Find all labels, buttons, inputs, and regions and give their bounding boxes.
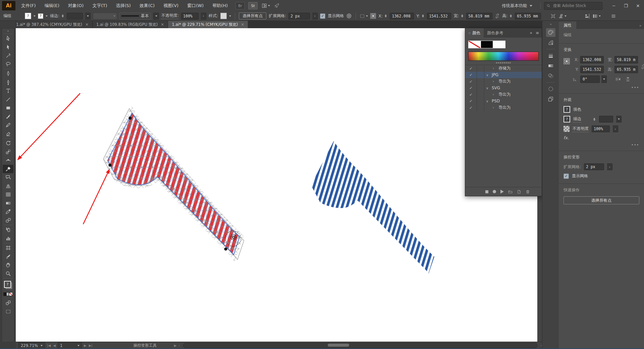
maximize-button[interactable]: ❐ (620, 0, 632, 11)
screen-mode-icon[interactable] (3, 307, 13, 316)
workspace-switcher[interactable]: 传统基本功能 (502, 3, 532, 9)
prev-artboard-icon[interactable]: ◀ (53, 344, 56, 347)
action-check-icon[interactable]: ✓ (465, 99, 477, 103)
menu-item[interactable]: 窗口(W) (183, 0, 208, 11)
panel-resize-grip[interactable]: ▪▪▪▪▪▪▪▪ (465, 61, 542, 65)
stroke-weight-dropdown[interactable] (85, 13, 91, 19)
action-chevron-icon[interactable]: › (493, 80, 497, 83)
hand-tool[interactable] (3, 261, 13, 269)
shear-icon[interactable] (558, 13, 567, 19)
show-mesh-checkbox[interactable]: ✓ (320, 13, 325, 19)
blend-tool[interactable] (3, 216, 13, 225)
flip-horizontal-icon[interactable] (615, 77, 621, 82)
color-guide-panel-icon[interactable] (546, 38, 555, 47)
perspective-grid-tool[interactable] (3, 182, 13, 191)
last-artboard-icon[interactable]: ▶| (89, 344, 93, 347)
wheel-icon[interactable] (346, 13, 352, 19)
y-field[interactable]: 1541.532 (427, 13, 451, 19)
new-action-icon[interactable] (517, 190, 521, 194)
show-mesh-checkbox[interactable]: ✓ (564, 173, 569, 179)
dock-collapse-icon[interactable]: « (550, 21, 552, 28)
y-stepper[interactable] (422, 14, 424, 17)
height-stepper[interactable] (510, 14, 512, 17)
opacity-expand[interactable]: › (201, 13, 206, 19)
gpu-performance-icon[interactable] (274, 3, 279, 8)
rectangle-tool[interactable] (3, 104, 13, 112)
menu-item[interactable]: 效果(C) (135, 0, 159, 11)
scale-tool[interactable] (3, 148, 13, 156)
color-spectrum-bar[interactable] (468, 52, 539, 61)
bounding-box-icon[interactable] (360, 13, 368, 19)
blue-axe-object[interactable] (311, 141, 434, 273)
gradient-button[interactable] (7, 293, 10, 296)
symbol-sprayer-tool[interactable] (3, 226, 13, 234)
selection-tool[interactable] (3, 34, 13, 43)
document-tab[interactable]: 1.ai* @ 229.71% (CMYK/GPU 预览) × (168, 21, 248, 28)
select-all-points-button[interactable]: 选择所有点 (239, 12, 266, 19)
delete-icon[interactable] (526, 190, 530, 194)
expand-mesh-expand[interactable]: › (607, 163, 612, 170)
next-artboard-icon[interactable]: ▶ (84, 344, 87, 347)
scroll-left-icon[interactable]: ‹ (178, 344, 180, 347)
gradient-panel-icon[interactable] (546, 61, 555, 70)
action-check-icon[interactable]: ✓ (465, 105, 477, 110)
stroke-label[interactable]: 描边 (573, 116, 581, 122)
close-button[interactable]: ✕ (632, 0, 644, 11)
eraser-tool[interactable] (3, 130, 13, 138)
document-tab[interactable]: 1.ai @ 109.83% (RGB/GPU 预览) × (93, 21, 168, 28)
width-field[interactable]: 58.819 m (614, 56, 638, 63)
stroke-dropdown-icon[interactable] (46, 15, 48, 17)
none-swatch[interactable] (468, 41, 481, 48)
rotate-tool[interactable] (3, 139, 13, 148)
record-icon[interactable] (493, 190, 496, 193)
column-graph-tool[interactable] (3, 234, 13, 243)
action-row[interactable]: ✓ › 导出为 (465, 91, 542, 98)
action-chevron-icon[interactable]: ∨ (486, 73, 491, 77)
magic-wand-tool[interactable] (3, 51, 13, 60)
panel-expand-icon[interactable]: » (530, 31, 532, 35)
width-field[interactable]: 58.819 mm (466, 13, 492, 19)
action-row[interactable]: ✓ › 导出为 (465, 78, 542, 85)
height-field[interactable]: 65.935 mm (515, 13, 541, 19)
tab-properties[interactable]: 属性 (559, 21, 576, 29)
shaper-tool[interactable] (3, 121, 13, 130)
action-chevron-icon[interactable]: › (493, 66, 497, 70)
more-options-icon[interactable]: ••• (564, 86, 639, 89)
constrain-proportions-icon[interactable] (495, 13, 500, 18)
width-tool[interactable] (3, 156, 13, 165)
opacity-label[interactable]: 不透明度 (573, 126, 589, 132)
panel-menu-icon[interactable]: ≡ (536, 31, 539, 35)
align-objects-icon[interactable] (585, 13, 590, 19)
canvas[interactable] (16, 28, 542, 342)
fill-stroke-indicator[interactable]: ? (4, 281, 12, 289)
width-profile-dropdown[interactable] (93, 13, 117, 19)
opacity-field[interactable]: 100% (181, 13, 199, 19)
direct-selection-tool[interactable] (3, 43, 13, 52)
x-field[interactable]: 1362.008 (390, 13, 414, 19)
stop-icon[interactable] (485, 190, 488, 193)
action-chevron-icon[interactable]: › (493, 106, 497, 109)
puppet-pin[interactable] (108, 163, 111, 166)
action-chevron-icon[interactable]: › (493, 93, 497, 96)
document-tab[interactable]: 1.ai* @ 387.42% (CMYK/GPU 预览) × (12, 21, 93, 28)
bridge-badge[interactable]: Br (235, 2, 245, 9)
scale-icon[interactable] (550, 13, 556, 19)
symbols-panel-icon[interactable] (546, 85, 555, 93)
stroke-weight-field[interactable] (599, 116, 613, 122)
tab-color[interactable]: ◇ 颜色 (465, 28, 484, 38)
height-field[interactable]: 65.935 m (614, 66, 638, 73)
action-row[interactable]: ✓ › 导出为 (465, 104, 542, 111)
first-artboard-icon[interactable]: |◀ (47, 344, 51, 347)
stroke-weight-stepper[interactable] (593, 118, 595, 121)
draw-mode-icon[interactable] (3, 299, 13, 307)
select-all-points-button[interactable]: 选择所有点 (564, 196, 639, 204)
menu-item[interactable]: 选择(S) (111, 0, 135, 11)
x-stepper[interactable] (385, 14, 387, 17)
panel-cycle-icon[interactable]: ◇ (469, 32, 471, 35)
slice-tool[interactable] (3, 252, 13, 261)
puppet-pin[interactable] (128, 116, 131, 119)
zoom-tool[interactable] (3, 269, 13, 278)
fill-swatch[interactable]: ? (564, 106, 570, 113)
artwork[interactable] (16, 28, 542, 342)
panel-menu-icon[interactable] (611, 13, 616, 19)
